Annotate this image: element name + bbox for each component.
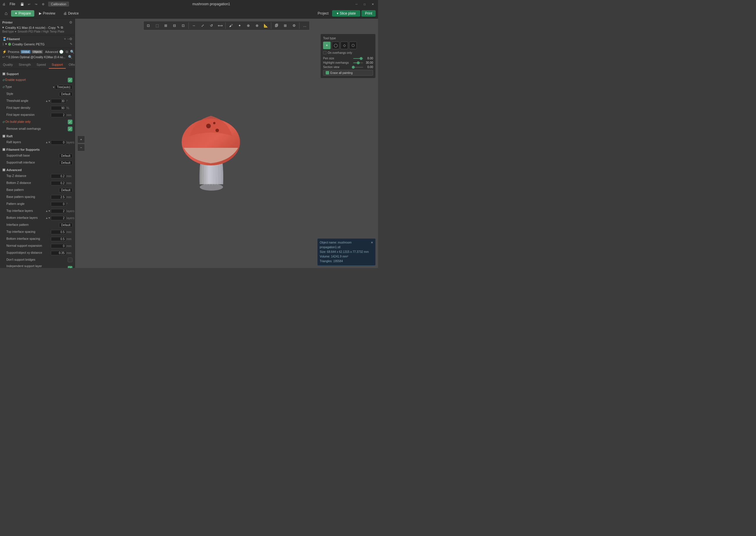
redo-icon[interactable]: ↪ [33,2,39,6]
filament-supports-header[interactable]: ▣ Filament for Supports [0,146,75,152]
rotate-button[interactable]: ↺ [207,22,215,29]
global-badge[interactable]: Global [21,50,31,53]
enable-support-reset-icon[interactable]: ↺ [2,79,5,82]
filament-edit-icon[interactable]: ✎ [70,42,73,46]
threshold-spin-up[interactable]: ▲▼ [46,100,50,102]
device-tab[interactable]: 🖨 Device [60,10,82,17]
move-button[interactable]: ↔ [190,22,198,29]
first-layer-expansion-input[interactable] [51,113,66,117]
support-paint-button[interactable]: ✦ [236,22,244,29]
restore-button[interactable]: □ [362,2,367,6]
measure-button[interactable]: 📐 [262,22,270,29]
support-raft-interface-select[interactable]: Default [59,161,73,165]
advanced-group-header[interactable]: ▣ Advanced [0,166,75,173]
process-search2-icon[interactable]: 🔍 [68,55,73,59]
slice-button[interactable]: ▾ Slice plate [332,10,360,17]
minimize-button[interactable]: ─ [354,2,360,6]
erase-all-button[interactable]: Erase all painting [323,70,373,76]
printer-edit-icon[interactable]: ✎ [57,26,60,29]
objects-badge[interactable]: Objects [32,50,43,53]
threshold-input[interactable] [51,99,66,103]
tab-quality[interactable]: Quality [0,61,16,69]
paint-button[interactable]: 🖌 [227,22,235,29]
seam-button[interactable]: ⊕ [244,22,252,29]
filament-settings-icon[interactable]: ⚙ [69,37,73,41]
scale-button[interactable]: ⤢ [199,22,207,29]
process-copy-icon[interactable]: ⧉ [66,50,68,54]
settings-view-button[interactable]: ⚙ [290,22,298,29]
on-build-plate-reset-icon[interactable]: ↺ [2,120,5,124]
bottom-interface-layers-input[interactable] [51,216,66,220]
on-build-plate-checkbox[interactable]: ✓ [68,119,73,124]
printer-settings-icon[interactable]: ⚙ [69,20,73,24]
support-xy-distance-input[interactable] [51,251,66,255]
tool-gap-button[interactable]: ◇ [340,42,348,49]
support-raft-base-select[interactable]: Default [59,154,73,158]
dont-support-bridges-checkbox[interactable] [68,257,73,262]
filament-remove-icon[interactable]: − [67,37,69,41]
tool-expand-button[interactable]: ⬡ [349,42,357,49]
support-group-header[interactable]: ▣ Support [0,70,75,77]
viewport[interactable]: ⊡ ⬚ ⊞ ⊟ ⊡ ↔ ⤢ ↺ ⟺ 🖌 ✦ ⊕ ⊗ 📐 🗐 ⊞ ⚙ … + − [75,18,378,268]
zoom-in-button[interactable]: + [77,136,85,143]
highlight-thumb[interactable] [357,61,360,64]
print-button[interactable]: Print [362,10,376,17]
view-top-button[interactable]: ⊞ [162,22,170,29]
view-left-button[interactable]: ⊡ [179,22,187,29]
first-layer-density-input[interactable] [51,106,66,110]
interface-pattern-select[interactable]: Default [59,223,73,227]
enable-support-checkbox[interactable]: ✓ [68,78,73,83]
type-reset-icon[interactable]: ↺ [2,85,5,89]
raft-spin-arrows[interactable]: ▲▼ [46,141,50,144]
printer-name-text[interactable]: Creality K1 Max (0.4 nozzle) - Copy [5,26,56,29]
bottom-z-distance-input[interactable] [51,181,66,185]
top-layers-spin-arrows[interactable]: ▲▼ [46,210,50,213]
raft-group-header[interactable]: ▣ Raft [0,132,75,139]
arrange-button[interactable]: ⊞ [281,22,289,29]
top-interface-spacing-input[interactable] [51,230,66,234]
view-front-button[interactable]: ⊟ [171,22,178,29]
filament-name[interactable]: Creality Generic PETG [12,43,45,46]
advanced-toggle[interactable] [59,50,63,54]
remove-small-checkbox[interactable]: ✓ [68,127,73,131]
prepare-tab[interactable]: ✦ Prepare [11,10,35,17]
undo-icon[interactable]: ↩ [26,2,32,6]
process-search-icon[interactable]: 🔍 [70,50,75,54]
on-overhangs-checkbox[interactable] [323,51,327,54]
file-menu[interactable]: File [8,1,17,7]
section-view-thumb[interactable] [352,66,355,69]
view3d-button[interactable]: 🗐 [272,22,281,29]
pattern-angle-input[interactable] [51,202,66,206]
settings-icon[interactable]: ⚙ [40,2,46,6]
calibration-button[interactable]: Calibration [48,2,69,6]
more-button[interactable]: … [301,22,309,29]
tool-paint-button[interactable]: ✦ [323,42,331,49]
raft-layers-input[interactable] [51,140,66,145]
printer-copy-icon[interactable]: ⧉ [61,26,63,29]
filament-add-icon[interactable]: + [64,37,66,41]
view-perspective-button[interactable]: ⬚ [153,22,161,29]
bottom-layers-spin-arrows[interactable]: ▲▼ [46,217,50,219]
bottom-interface-spacing-input[interactable] [51,237,66,241]
normal-support-expansion-input[interactable] [51,244,66,248]
tab-strength[interactable]: Strength [16,61,34,69]
close-button[interactable]: ✕ [370,2,376,6]
tab-others[interactable]: Others [66,61,75,69]
view-home-button[interactable]: ⊡ [144,22,152,29]
style-select[interactable]: Default [59,92,73,96]
zoom-out-button[interactable]: − [77,144,85,151]
process-profile-name[interactable]: * 0.16mm Optimal @Creality K1Max (0.4 no… [6,55,65,59]
fdm-button[interactable]: ⊗ [253,22,261,29]
project-button[interactable]: Project [315,10,331,17]
base-pattern-select[interactable]: Default [59,188,73,192]
model-viewport[interactable] [168,85,255,202]
base-pattern-spacing-input[interactable] [51,195,66,199]
top-z-distance-input[interactable] [51,174,66,178]
top-interface-layers-input[interactable] [51,209,66,213]
type-select[interactable]: Tree(auto) [55,85,73,89]
pen-size-thumb[interactable] [360,57,362,60]
preview-tab[interactable]: ▶ Preview [36,10,59,17]
home-button[interactable]: ⌂ [2,10,10,17]
independent-support-checkbox[interactable]: ✓ [68,266,73,268]
mirror-button[interactable]: ⟺ [216,22,224,29]
